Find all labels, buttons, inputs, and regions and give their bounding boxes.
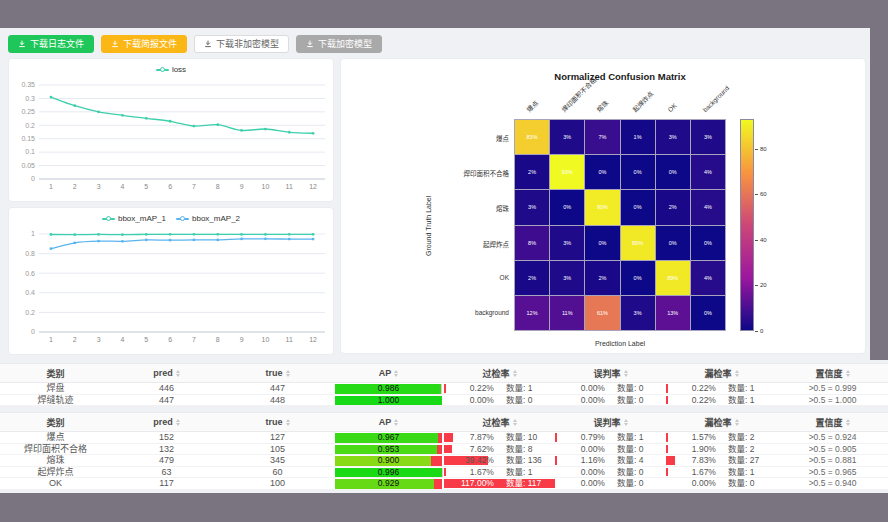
sort-icon[interactable] [513,419,517,426]
legend-item-loss[interactable]: loss [156,65,186,74]
x-tick-label: 4 [120,183,124,190]
rate-count: 数量: 0 [605,467,666,478]
cell-confidence: >0.5 = 0.924 [777,432,888,443]
map-chart-card: bbox_mAP_1bbox_mAP_2 00.20.40.60.8112345… [8,207,334,355]
x-tick-label: 11 [286,183,293,190]
matrix-cell: 4% [691,261,725,295]
ap-bar: 0.986 [335,384,442,394]
cell-category: 爆点 [0,432,111,443]
cell-misjudge-rate: 0.00%数量: 0 [555,395,666,406]
data-point [264,233,267,236]
legend-marker-icon [176,216,189,221]
column-header-过检率: 过检率 [444,413,555,431]
dashboard: 下载日志文件 下载简报文件 下载非加密模型 下载加密模型 loss 00.050… [0,28,888,493]
download-encrypted-model-button[interactable]: 下载加密模型 [296,35,382,53]
sort-icon[interactable] [846,370,850,377]
sort-icon[interactable] [394,370,398,377]
sort-icon[interactable] [624,370,628,377]
sort-icon[interactable] [624,419,628,426]
table-row: 爆点1521270.9677.87%数量: 100.79%数量: 11.57%数… [0,432,888,444]
column-header-置信度: 置信度 [777,364,888,382]
column-header-漏检率: 漏检率 [666,364,777,382]
sort-icon[interactable] [286,370,290,377]
x-tick-label: 7 [192,336,196,343]
column-header-label: pred [153,417,173,427]
sort-icon[interactable] [394,419,398,426]
matrix-cell: 89% [621,226,655,260]
cell-pred: 152 [111,432,222,443]
cell-pred: 446 [111,383,222,394]
rate-value: 0.00% [555,467,605,478]
column-header-误判率: 误判率 [555,364,666,382]
column-header-label: 误判率 [593,416,620,429]
rate-count: 数量: 0 [494,395,555,406]
cell-category: 熔珠 [0,455,111,466]
data-point [145,238,148,241]
matrix-cell: 13% [656,296,690,330]
rate-count: 数量: 10 [494,432,555,443]
cell-overdetect-rate: 7.87%数量: 10 [444,432,555,443]
matrix-row-label: 熔珠 [361,203,509,213]
cell-overdetect-rate: 1.67%数量: 1 [444,467,555,478]
sort-icon[interactable] [286,419,290,426]
legend-label: loss [172,65,186,74]
cell-ap: 0.986 [333,383,444,394]
x-tick-label: 12 [309,336,317,343]
cell-ap: 0.967 [333,432,444,443]
data-point [169,233,172,236]
matrix-cell: 4% [691,190,725,224]
legend-item-bbox_mAP_1[interactable]: bbox_mAP_1 [102,214,166,223]
column-header-label: AP [379,417,392,427]
column-header-label: 误判率 [593,367,620,380]
ap-bar: 0.900 [335,456,442,466]
ap-bar: 0.953 [335,445,442,455]
sort-icon[interactable] [735,419,739,426]
download-report-button[interactable]: 下载简报文件 [101,35,187,53]
data-point [193,233,196,236]
colorbar-tick [755,194,758,195]
column-header-AP: AP [333,413,444,431]
sort-icon[interactable] [846,419,850,426]
loss-chart-legend: loss [9,65,333,74]
x-tick-label: 1 [49,336,53,343]
sort-icon[interactable] [735,370,739,377]
x-tick-label: 10 [262,336,270,343]
sort-icon[interactable] [176,370,180,377]
cell-misjudge-rate: 0.00%数量: 0 [555,478,666,489]
matrix-cell: 0% [621,261,655,295]
download-plain-model-button[interactable]: 下载非加密模型 [194,35,289,53]
window-backdrop-bottom [0,493,888,522]
colorbar-tick-label: 20 [760,282,767,288]
matrix-cell: 90% [585,190,619,224]
sort-icon[interactable] [513,370,517,377]
data-point [73,241,76,244]
column-header-label: 过检率 [482,416,509,429]
data-point [193,238,196,241]
cell-miss-rate: 7.83%数量: 27 [666,455,777,466]
matrix-cell: 3% [656,120,690,154]
ap-bar: 0.996 [335,468,442,478]
cell-misjudge-rate: 0.79%数量: 1 [555,432,666,443]
x-tick-label: 2 [73,183,77,190]
y-tick-label: 0.3 [25,95,35,102]
cell-misjudge-rate: 1.16%数量: 4 [555,455,666,466]
column-header-label: true [265,368,282,378]
download-log-button[interactable]: 下载日志文件 [8,35,94,53]
column-header-label: AP [379,368,392,378]
cell-category: OK [0,478,111,489]
column-header-label: true [265,417,282,427]
map-chart-legend: bbox_mAP_1bbox_mAP_2 [9,214,333,223]
matrix-cell: 4% [691,155,725,189]
sort-icon[interactable] [176,419,180,426]
matrix-col-label: background [702,84,732,114]
column-header-label: 类别 [46,367,64,380]
data-point [50,233,53,236]
rate-count: 数量: 1 [605,432,666,443]
matrix-cell: 2% [656,190,690,224]
y-tick-label: 0.8 [25,250,35,257]
column-header-漏检率: 漏检率 [666,413,777,431]
y-tick-label: 0 [31,175,35,182]
rate-count: 数量: 1 [716,467,777,478]
data-point [50,96,53,99]
legend-item-bbox_mAP_2[interactable]: bbox_mAP_2 [176,214,240,223]
